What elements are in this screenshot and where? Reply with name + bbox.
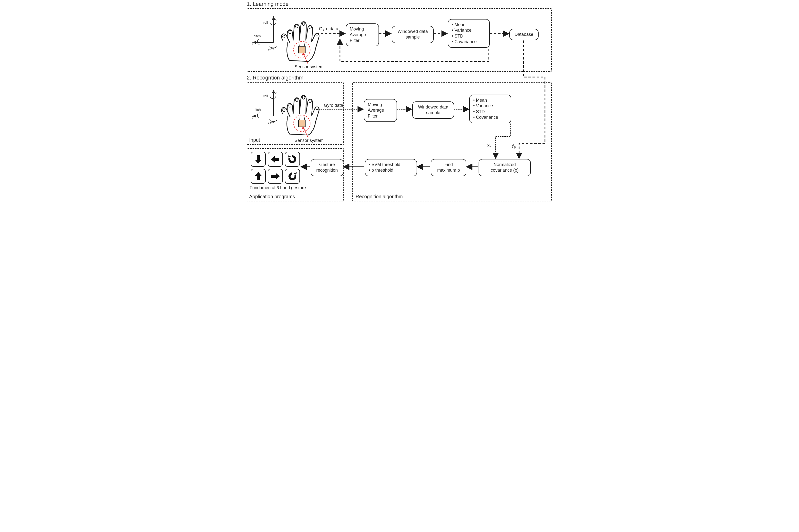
svg-marker-1 (272, 17, 275, 19)
gesture-down-icon (251, 152, 266, 167)
gesture-recognition-text: Gesture recognition (311, 159, 343, 176)
hand-illustration-input: x y roll pitch yaw (251, 86, 341, 144)
feature-std-learning: STD (452, 33, 486, 39)
svg-point-26 (283, 109, 285, 112)
feature-variance-recog: Variance (473, 103, 507, 109)
feature-std-recog: STD (473, 109, 507, 115)
normalized-covariance-text: Normalized covariance (ρ) (479, 159, 530, 176)
axis-y-label-input: y (252, 115, 254, 118)
normalized-covariance-box: Normalized covariance (ρ) (478, 159, 531, 176)
threshold-svm: SVM threshold (369, 162, 413, 168)
sensor-system-label-learning: Sensor system (294, 64, 324, 70)
threshold-box: SVM threshold ρ threshold (365, 159, 417, 176)
svg-point-8 (316, 33, 318, 36)
feature-cov-recog: Covariance (473, 115, 507, 120)
axis-yaw-label-learning: yaw (268, 47, 274, 51)
gesture-ccw-icon (285, 169, 300, 184)
section-2-title: 2. Recogntion algorithm (247, 75, 303, 81)
svg-rect-11 (298, 46, 305, 53)
hand-illustration-learning: x y roll pitch yaw (251, 12, 331, 70)
gesture-right-icon (268, 169, 283, 184)
windowed-data-text-learning: Windowed data sample (392, 26, 433, 43)
recog-region-label: Recognition algorithm (356, 194, 403, 200)
svg-point-4 (289, 30, 291, 34)
feature-variance-learning: Variance (452, 27, 486, 33)
xn-label: xn (487, 143, 491, 149)
gyro-data-label-input: Gyro data (324, 103, 343, 108)
axis-pitch-label-learning: pitch (254, 34, 261, 38)
sensor-system-label-input: Sensor system (294, 138, 324, 143)
gesture-cw-icon (285, 152, 300, 167)
gyro-data-label-learning: Gyro data (319, 26, 338, 32)
database-box: Database (509, 29, 539, 40)
find-max-text: Find maximum ρ (431, 159, 466, 176)
axis-pitch-label-input: pitch (254, 108, 261, 112)
feature-mean-learning: Mean (452, 22, 486, 27)
windowed-data-box-recog: Windowed data sample (412, 101, 454, 119)
features-box-recog: Mean Variance STD Covariance (469, 95, 511, 124)
axis-roll-label-input: roll (263, 94, 268, 98)
hand-svg-learning (251, 12, 331, 70)
gesture-up-icon (251, 169, 266, 184)
windowed-data-text-recog: Windowed data sample (413, 102, 454, 118)
axis-roll-label-learning: roll (263, 20, 268, 24)
svg-point-7 (309, 25, 311, 29)
svg-point-5 (295, 25, 298, 28)
feature-cov-learning: Covariance (452, 39, 486, 45)
database-text: Database (510, 29, 538, 40)
axis-y-label-learning: y (252, 41, 254, 45)
windowed-data-box-learning: Windowed data sample (392, 26, 434, 43)
yp-label: yp (512, 143, 516, 149)
moving-average-filter-text-recog: Moving Average Filter (364, 99, 397, 121)
moving-average-filter-text-learning: Moving Average Filter (346, 24, 379, 46)
svg-point-24 (309, 99, 311, 103)
svg-point-6 (302, 22, 305, 25)
threshold-rho: ρ threshold (369, 168, 413, 173)
diagram-root: 1. Learning mode 2. Recogntion algorithm… (243, 0, 556, 210)
moving-average-filter-box-recog: Moving Average Filter (364, 99, 397, 122)
features-box-learning: Mean Variance STD Covariance (448, 19, 490, 48)
app-region-label: Application programs (249, 194, 295, 200)
svg-rect-28 (298, 120, 305, 127)
moving-average-filter-box-learning: Moving Average Filter (346, 23, 379, 46)
feature-mean-recog: Mean (473, 97, 507, 103)
find-max-box: Find maximum ρ (431, 159, 466, 176)
svg-marker-18 (272, 90, 275, 93)
section-1-title: 1. Learning mode (247, 1, 288, 7)
gesture-recognition-box: Gesture recognition (311, 159, 343, 176)
svg-point-9 (283, 35, 285, 38)
axis-yaw-label-input: yaw (268, 120, 274, 124)
axis-x-label-input: x (275, 91, 276, 95)
axis-x-label-learning: x (275, 18, 276, 21)
svg-point-22 (295, 98, 298, 102)
svg-point-23 (302, 96, 305, 99)
fundamental-gestures-label: Fundamental 6 hand gesture (250, 185, 306, 190)
gesture-left-icon (268, 152, 283, 167)
svg-point-21 (289, 104, 291, 107)
svg-point-25 (316, 107, 318, 110)
